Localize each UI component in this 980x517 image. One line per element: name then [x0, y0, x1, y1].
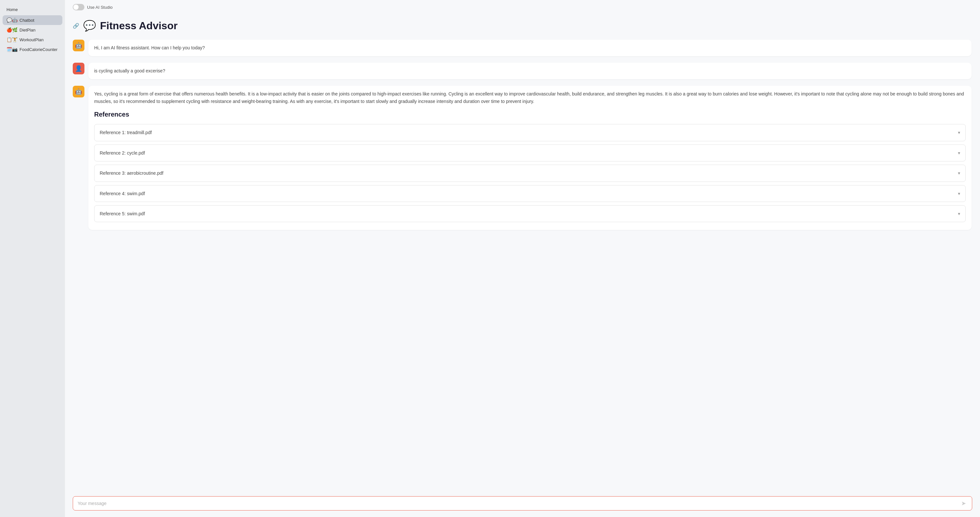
message-msg3: 🤖 Yes, cycling is a great form of exerci…	[73, 86, 972, 230]
reference-label: Reference 4: swim.pdf	[100, 190, 145, 197]
sidebar-emoji: 📋🏋️	[6, 37, 18, 42]
sidebar-emoji: 🗓️📷	[6, 47, 18, 52]
page-title: Fitness Advisor	[100, 20, 178, 32]
sidebar-item-chatbot[interactable]: 💬🤖Chatbot	[3, 15, 62, 25]
message-avatar: 🤖	[73, 40, 84, 51]
message-input-wrapper: ➤	[73, 496, 972, 511]
chat-bubble-icon: 💬	[83, 19, 96, 32]
reference-label: Reference 3: aerobicroutine.pdf	[100, 170, 163, 177]
sidebar-item-workoutplan[interactable]: 📋🏋️WorkoutPlan	[3, 35, 62, 45]
sidebar-label: WorkoutPlan	[19, 37, 43, 42]
chevron-down-icon: ▾	[958, 210, 960, 217]
link-icon[interactable]: 🔗	[73, 23, 79, 29]
ai-studio-toggle-label[interactable]: Use AI Studio	[73, 4, 113, 10]
message-text: Yes, cycling is a great form of exercise…	[94, 90, 966, 105]
references-heading: References	[94, 109, 966, 119]
reference-item-3[interactable]: Reference 3: aerobicroutine.pdf ▾	[94, 165, 966, 181]
reference-label: Reference 5: swim.pdf	[100, 210, 145, 217]
chevron-down-icon: ▾	[958, 129, 960, 136]
sidebar-emoji: 💬🤖	[6, 17, 18, 23]
message-msg2: 👤 is cycling actually a good excerise?	[73, 63, 972, 79]
sidebar-emoji: 🍎🌿	[6, 27, 18, 32]
reference-item-4[interactable]: Reference 4: swim.pdf ▾	[94, 185, 966, 202]
reference-label: Reference 1: treadmill.pdf	[100, 129, 152, 136]
message-msg1: 🤖 Hi, I am AI fitness assistant. How can…	[73, 40, 972, 56]
page-header: 🔗 💬 Fitness Advisor	[73, 14, 972, 40]
message-avatar: 🤖	[73, 86, 84, 97]
message-input[interactable]	[78, 501, 960, 506]
chevron-down-icon: ▾	[958, 150, 960, 156]
sidebar-label: Chatbot	[19, 18, 34, 23]
topbar: Use AI Studio	[65, 0, 980, 14]
sidebar-item-dietplan[interactable]: 🍎🌿DietPlan	[3, 25, 62, 35]
message-text: Hi, I am AI fitness assistant. How can I…	[94, 44, 966, 52]
reference-label: Reference 2: cycle.pdf	[100, 150, 145, 156]
sidebar: Home 💬🤖Chatbot🍎🌿DietPlan📋🏋️WorkoutPlan🗓️…	[0, 0, 65, 517]
chevron-down-icon: ▾	[958, 170, 960, 177]
chevron-down-icon: ▾	[958, 190, 960, 197]
reference-item-1[interactable]: Reference 1: treadmill.pdf ▾	[94, 124, 966, 141]
send-button[interactable]: ➤	[960, 500, 967, 507]
ai-studio-toggle[interactable]	[73, 4, 84, 10]
sidebar-home[interactable]: Home	[3, 5, 62, 14]
messages-container: 🤖 Hi, I am AI fitness assistant. How can…	[73, 40, 972, 230]
reference-item-5[interactable]: Reference 5: swim.pdf ▾	[94, 205, 966, 222]
input-area: ➤	[65, 492, 980, 517]
sidebar-item-foodcaloriecounter[interactable]: 🗓️📷FoodCalorieCounter	[3, 45, 62, 54]
message-text: is cycling actually a good excerise?	[94, 67, 966, 75]
main-content: Use AI Studio 🔗 💬 Fitness Advisor 🤖 Hi, …	[65, 0, 980, 517]
message-bubble: is cycling actually a good excerise?	[88, 63, 972, 79]
ai-studio-label: Use AI Studio	[87, 5, 113, 10]
chat-container: 🔗 💬 Fitness Advisor 🤖 Hi, I am AI fitnes…	[65, 14, 980, 492]
message-avatar: 👤	[73, 63, 84, 74]
message-bubble: Hi, I am AI fitness assistant. How can I…	[88, 40, 972, 56]
reference-item-2[interactable]: Reference 2: cycle.pdf ▾	[94, 145, 966, 161]
message-bubble: Yes, cycling is a great form of exercise…	[88, 86, 972, 230]
sidebar-label: FoodCalorieCounter	[19, 47, 57, 52]
sidebar-label: DietPlan	[19, 28, 35, 32]
